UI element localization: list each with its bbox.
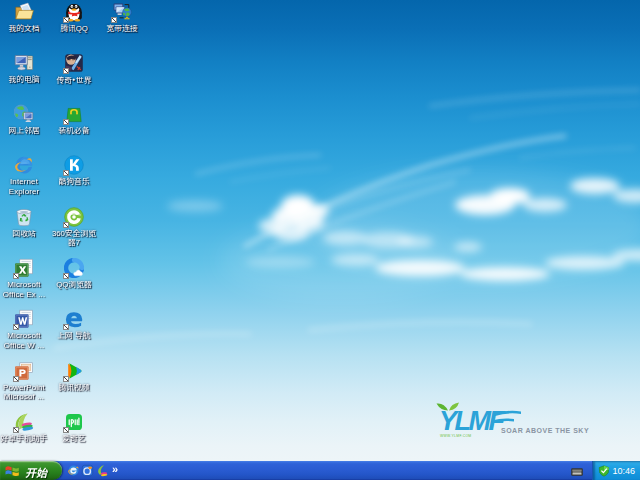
svg-text:WWW.YLMF.COM: WWW.YLMF.COM bbox=[440, 434, 471, 438]
svg-text:SOAR ABOVE THE SKY: SOAR ABOVE THE SKY bbox=[501, 427, 589, 434]
